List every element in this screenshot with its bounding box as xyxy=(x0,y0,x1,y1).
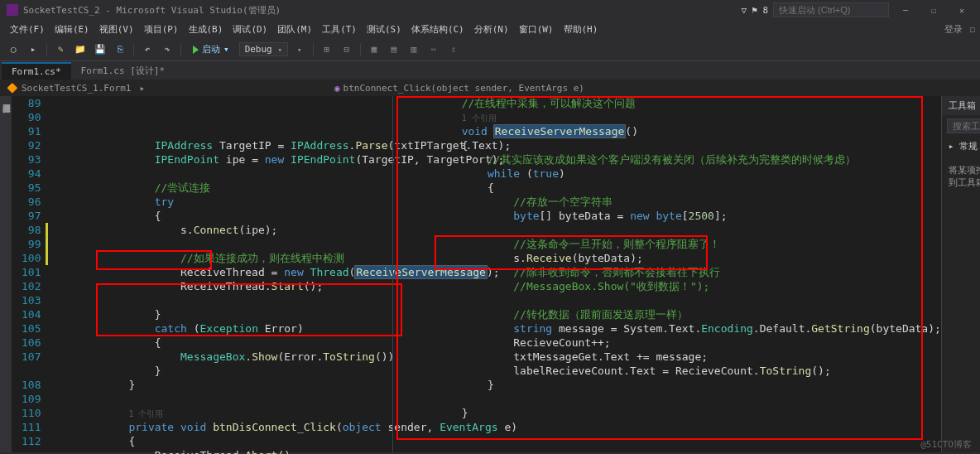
notification-flag-icon[interactable]: ⚑ 8 xyxy=(752,5,768,16)
user-icon[interactable]: ☐ xyxy=(969,24,975,35)
code-right[interactable]: //在线程中采集，可以解决这个问题 1 个引用 void ReceiveServ… xyxy=(393,96,941,452)
line-gutter-left: 8990919293949596979899100101102103104105… xyxy=(12,96,47,452)
nav-fwd-icon[interactable]: ▸ xyxy=(25,41,41,58)
main-area: 服务器资源管理器 8990919293949596979899100101102… xyxy=(0,96,980,452)
menu-item[interactable]: 帮助(H) xyxy=(559,22,603,36)
menu-item[interactable]: 生成(B) xyxy=(184,22,228,36)
open-icon[interactable]: 📁 xyxy=(72,41,89,58)
maximize-button[interactable]: ☐ xyxy=(922,6,945,15)
file-tabs: Form1.cs*Form1.cs [设计]* xyxy=(0,61,980,80)
tb-icon-3[interactable]: ▦ xyxy=(366,41,382,58)
toolbox-panel: 工具箱 ▾ 📌 ✕ ▸ 常规 将某项拖至此文本可将其添加到工具箱。 xyxy=(941,96,980,452)
breadcrumb-method[interactable]: ◉btnConnect_Click(object sender, EventAr… xyxy=(334,83,584,94)
launch-button[interactable]: 启动 ▾ xyxy=(186,41,236,57)
breadcrumb-class[interactable]: 🔶SocketTestCS_1.Form1 xyxy=(7,83,131,94)
editor-pane-right[interactable]: //在线程中采集，可以解决这个问题 1 个引用 void ReceiveServ… xyxy=(392,96,941,452)
menu-item[interactable]: 调试(D) xyxy=(228,22,272,36)
menu-item[interactable]: 团队(M) xyxy=(272,22,317,36)
breadcrumb: 🔶SocketTestCS_1.Form1 ▸ ◉btnConnect_Clic… xyxy=(0,80,980,96)
tb-icon-4[interactable]: ▤ xyxy=(386,41,402,58)
save-icon[interactable]: 💾 xyxy=(92,41,108,58)
nav-back-icon[interactable]: ◯ xyxy=(5,41,22,58)
tb-icon-2[interactable]: ⊟ xyxy=(339,41,355,58)
redo-icon[interactable]: ↷ xyxy=(159,41,175,58)
toolbox-hint: 将某项拖至此文本可将其添加到工具箱。 xyxy=(942,156,980,197)
editor-pane-left[interactable]: 8990919293949596979899100101102103104105… xyxy=(12,96,392,452)
menu-item[interactable]: 视图(V) xyxy=(94,22,139,36)
menubar: 文件(F)编辑(E)视图(V)项目(P)生成(B)调试(D)团队(M)工具(T)… xyxy=(0,20,980,38)
tb-icon-7[interactable]: ↕ xyxy=(445,41,462,58)
minimize-button[interactable]: ─ xyxy=(894,6,917,15)
close-button[interactable]: ✕ xyxy=(950,6,973,15)
file-tab[interactable]: Form1.cs [设计]* xyxy=(71,61,175,80)
menu-item[interactable]: 体系结构(C) xyxy=(406,22,469,36)
login-link[interactable]: 登录 xyxy=(944,23,963,36)
tb-icon-1[interactable]: ⊞ xyxy=(319,41,335,58)
notification-icon[interactable]: ▽ xyxy=(742,5,747,16)
toolbox-section[interactable]: ▸ 常规 xyxy=(942,137,980,156)
menu-item[interactable]: 测试(S) xyxy=(362,22,406,36)
tb-icon-5[interactable]: ▥ xyxy=(406,41,422,58)
new-file-icon[interactable]: ✎ xyxy=(52,41,69,58)
menu-item[interactable]: 文件(F) xyxy=(5,22,50,36)
left-tool-strip[interactable]: 服务器资源管理器 xyxy=(0,96,12,452)
editor-area: 8990919293949596979899100101102103104105… xyxy=(12,96,941,452)
menu-item[interactable]: 项目(P) xyxy=(139,22,184,36)
toolbox-search-input[interactable] xyxy=(947,118,980,133)
titlebar: SocketTestCS_2 - Microsoft Visual Studio… xyxy=(0,0,980,20)
config-dropdown[interactable]: Debug ▾ xyxy=(239,42,288,56)
vs-logo-icon xyxy=(7,4,18,16)
menu-item[interactable]: 编辑(E) xyxy=(50,22,94,36)
toolbar: ◯ ▸ ✎ 📁 💾 ⎘ ↶ ↷ 启动 ▾ Debug ▾ ▾ ⊞ ⊟ ▦ ▤ ▥… xyxy=(0,38,980,61)
watermark: @51CTO博客 xyxy=(920,438,972,451)
save-all-icon[interactable]: ⎘ xyxy=(112,41,128,58)
undo-icon[interactable]: ↶ xyxy=(139,41,156,58)
window-title: SocketTestCS_2 - Microsoft Visual Studio… xyxy=(23,4,281,17)
quick-launch-input[interactable] xyxy=(773,2,889,17)
file-tab[interactable]: Form1.cs* xyxy=(2,62,71,80)
toolbox-header: 工具箱 ▾ 📌 ✕ xyxy=(942,96,980,115)
menu-item[interactable]: 工具(T) xyxy=(317,22,362,36)
menu-item[interactable]: 窗口(W) xyxy=(514,22,559,36)
menu-item[interactable]: 分析(N) xyxy=(469,22,514,36)
tb-icon-6[interactable]: ↔ xyxy=(425,41,442,58)
